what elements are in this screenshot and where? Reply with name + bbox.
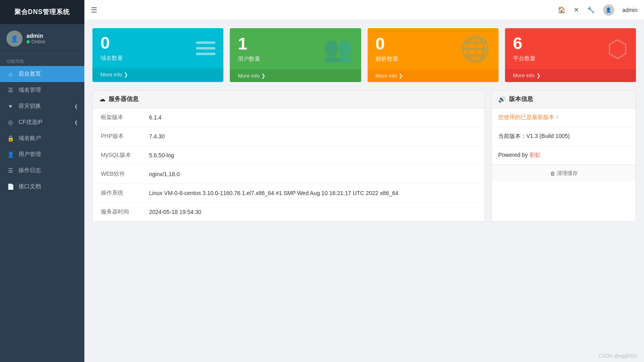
doc-icon: 📄: [6, 183, 14, 190]
sidebar-item-domain[interactable]: ☰ 域名管理: [0, 82, 84, 98]
cloud-icon: ☁: [99, 96, 105, 103]
user-status: Online: [27, 39, 45, 45]
row-value: 7.4.30: [141, 127, 485, 146]
clear-cache-button[interactable]: 🗑 清理缓存: [550, 170, 578, 177]
wrench-icon[interactable]: 🔧: [587, 6, 595, 14]
stat-card-footer-platforms[interactable]: More info ❯: [505, 69, 636, 82]
home-icon[interactable]: 🏠: [558, 6, 566, 14]
table-row: MySQL版本5.6.50-log: [93, 146, 485, 165]
version-info-header: 🔊 版本信息: [492, 90, 636, 108]
admin-name: admin: [622, 7, 638, 13]
sidebar-user: 👤 admin Online: [0, 24, 84, 53]
sidebar-item-label: 用户管理: [18, 151, 41, 158]
footer-text: CSDN @egg5551: [599, 353, 638, 359]
chevron-icon: ❮: [74, 120, 78, 125]
sidebar-section-label: 功能导航: [0, 53, 84, 66]
server-info-table: 框架版本6.1.4PHP版本7.4.30MySQL版本5.6.50-logWEB…: [93, 108, 485, 221]
stat-number-platforms: 6: [513, 35, 536, 52]
row-value: Linux VM-0-8-centos 3.10.0-1160.76.1.el7…: [141, 184, 485, 203]
table-row: WEB软件nginx/1.18.0: [93, 165, 485, 184]
admin-avatar: 👤: [603, 4, 614, 16]
heart-icon: ♥: [6, 103, 14, 109]
row-value: 5.6.50-log: [141, 146, 485, 165]
stat-label-platforms: 平台数量: [513, 55, 536, 62]
server-info-panel: ☁ 服务器信息 框架版本6.1.4PHP版本7.4.30MySQL版本5.6.5…: [92, 90, 485, 222]
speaker-icon: 🔊: [498, 96, 506, 103]
row-label: PHP版本: [93, 127, 141, 146]
version-latest-notice: 您使用的已是最新版本！: [492, 108, 636, 127]
sidebar-item-dashboard[interactable]: ⌂ 后台首页: [0, 66, 84, 82]
chevron-icon: ❮: [74, 104, 78, 109]
stat-card-footer-records[interactable]: More info ❯: [368, 70, 499, 82]
user-icon: 👤: [6, 151, 14, 158]
sidebar-item-logs[interactable]: ☰ 操作日志: [0, 162, 84, 179]
stat-label-records: 解析数量: [376, 56, 398, 63]
row-label: MySQL版本: [93, 146, 141, 165]
server-info-title: 服务器信息: [108, 95, 139, 103]
server-info-header: ☁ 服务器信息: [93, 90, 485, 108]
status-text: Online: [31, 39, 45, 45]
stat-label-domains: 域名数量: [100, 55, 123, 62]
sidebar-item-cfip[interactable]: ◎ CF优选IP ❮: [0, 114, 84, 130]
stat-card-footer-users[interactable]: More info ❯: [230, 70, 361, 82]
avatar: 👤: [6, 31, 22, 47]
close-icon[interactable]: ✕: [574, 6, 579, 14]
server-info-body: 框架版本6.1.4PHP版本7.4.30MySQL版本5.6.50-logWEB…: [93, 108, 485, 221]
sidebar-item-label: 操作日志: [18, 167, 41, 174]
sidebar-item-label: 域名管理: [18, 86, 41, 94]
sidebar-item-api[interactable]: 📄 接口文档: [0, 179, 84, 195]
stat-card-footer-domains[interactable]: More info ❯: [92, 68, 223, 81]
clear-cache-label: 清理缓存: [557, 170, 578, 177]
main-content: 0 域名数量 More info ❯ 1 用户数量 👥 More in: [84, 20, 644, 362]
top-bar-right: 🏠 ✕ 🔧 👤 admin: [558, 4, 638, 16]
sidebar-item-label: 后台首页: [18, 70, 41, 78]
top-bar: ☰ 🏠 ✕ 🔧 👤 admin: [84, 0, 644, 20]
row-label: WEB软件: [93, 165, 141, 184]
row-label: 操作系统: [93, 184, 141, 203]
row-value: nginx/1.18.0: [141, 165, 485, 184]
lock-icon: 🔒: [6, 135, 14, 142]
stat-card-users: 1 用户数量 👥 More info ❯: [230, 28, 361, 82]
user-info: admin Online: [27, 33, 45, 45]
table-row: 服务器时间2024-05-18 19:54:30: [93, 203, 485, 222]
version-current: 当前版本：V1.3 (Build 1005): [492, 127, 636, 146]
stat-card-domains: 0 域名数量 More info ❯: [92, 28, 223, 82]
sidebar-item-users[interactable]: 👤 用户管理: [0, 146, 84, 162]
stat-number-domains: 0: [100, 35, 123, 51]
clear-cache-footer: 🗑 清理缓存: [492, 165, 636, 182]
version-info-panel: 🔊 版本信息 您使用的已是最新版本！ 当前版本：V1.3 (Build 1005…: [491, 90, 636, 222]
home-icon: ⌂: [6, 71, 14, 77]
sidebar-item-label: CF优选IP: [18, 119, 43, 126]
sidebar-item-label: 容灾切换: [18, 103, 41, 110]
stat-card-platforms: 6 平台数量 ⬡ More info ❯: [505, 28, 636, 82]
stat-number-records: 0: [376, 35, 398, 52]
log-icon: ☰: [6, 167, 14, 174]
sidebar-item-label: 接口文档: [18, 183, 41, 190]
row-value: 2024-05-18 19:54:30: [141, 203, 485, 222]
trash-icon: 🗑: [550, 171, 555, 177]
stat-number-users: 1: [238, 35, 260, 52]
table-row: PHP版本7.4.30: [93, 127, 485, 146]
circle-icon: ◎: [6, 119, 14, 125]
sidebar-item-account[interactable]: 🔒 域名账户: [0, 130, 84, 146]
version-powered: Powered by 彩虹: [492, 146, 636, 165]
row-value: 6.1.4: [141, 108, 485, 127]
sidebar: 聚合DNS管理系统 👤 admin Online 功能导航 ⌂ 后台首页 ☰ 域…: [0, 0, 84, 362]
sidebar-item-failover[interactable]: ♥ 容灾切换 ❮: [0, 98, 84, 114]
version-info-title: 版本信息: [509, 95, 533, 103]
content-row: ☁ 服务器信息 框架版本6.1.4PHP版本7.4.30MySQL版本5.6.5…: [92, 90, 636, 222]
sidebar-logo: 聚合DNS管理系统: [0, 0, 84, 24]
table-row: 框架版本6.1.4: [93, 108, 485, 127]
user-name: admin: [27, 33, 45, 39]
powered-by-link[interactable]: 彩虹: [530, 152, 541, 158]
row-label: 服务器时间: [93, 203, 141, 222]
hamburger-icon[interactable]: ☰: [91, 6, 97, 14]
top-bar-left: ☰: [91, 6, 97, 14]
table-row: 操作系统Linux VM-0-8-centos 3.10.0-1160.76.1…: [93, 184, 485, 203]
row-label: 框架版本: [93, 108, 141, 127]
sidebar-item-label: 域名账户: [18, 135, 41, 142]
stat-label-users: 用户数量: [238, 56, 260, 63]
powered-by-prefix: Powered by: [498, 152, 530, 158]
list-icon: ☰: [6, 87, 14, 93]
stat-cards: 0 域名数量 More info ❯ 1 用户数量 👥 More in: [92, 28, 636, 82]
